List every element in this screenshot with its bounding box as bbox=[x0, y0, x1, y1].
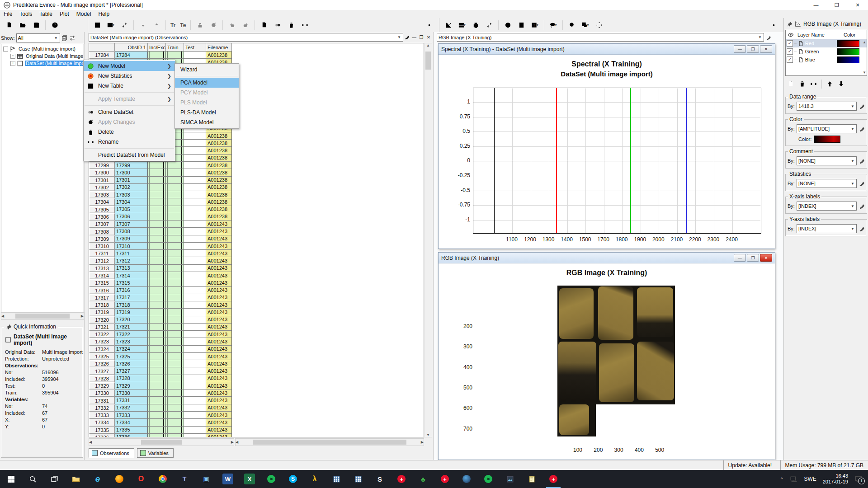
row-header-cell[interactable]: 17334 bbox=[89, 419, 115, 426]
collapse-tree-icon[interactable] bbox=[61, 35, 68, 41]
train-cell[interactable] bbox=[166, 191, 184, 198]
incexc-cell[interactable] bbox=[148, 265, 166, 272]
column-header-Filename[interactable]: Filename bbox=[206, 43, 232, 52]
train-cell[interactable] bbox=[166, 427, 184, 434]
test-cell[interactable] bbox=[184, 301, 206, 309]
filename-cell[interactable]: A001243 bbox=[206, 346, 232, 353]
rgb-window-titlebar[interactable]: RGB Image (X Training) — ❐ ✕ bbox=[439, 253, 775, 263]
train-cell[interactable] bbox=[166, 367, 184, 375]
column-header-Inc/Exc[interactable]: Inc/Exc bbox=[148, 43, 166, 52]
table-row[interactable]: 17336 17336 A001243 bbox=[89, 434, 424, 437]
obsid-cell[interactable]: 17317 bbox=[115, 294, 148, 301]
incexc-cell[interactable] bbox=[148, 389, 166, 397]
incexc-cell[interactable] bbox=[148, 198, 166, 206]
band-line[interactable] bbox=[630, 88, 631, 233]
test-cell[interactable] bbox=[184, 198, 206, 206]
tree-item[interactable]: + DataSet (Multi image import) bbox=[1, 60, 84, 67]
table-row[interactable]: 17322 17322 A001243 bbox=[89, 331, 424, 338]
test-cell[interactable] bbox=[184, 375, 206, 382]
row-header-cell[interactable]: 17322 bbox=[89, 331, 115, 338]
layer-visibility-checkbox[interactable]: ✓ bbox=[787, 40, 793, 47]
tree-item-label[interactable]: DataSet (Multi image import) bbox=[25, 61, 84, 66]
obsid-cell[interactable]: 17334 bbox=[115, 419, 148, 426]
taskbar-search-icon[interactable] bbox=[22, 470, 43, 488]
obsid-cell[interactable]: 17321 bbox=[115, 324, 148, 331]
spectral-plot[interactable] bbox=[473, 88, 761, 234]
filename-cell[interactable]: A001238 bbox=[206, 147, 232, 154]
pin-link-icon[interactable] bbox=[859, 103, 865, 109]
filename-cell[interactable]: A001243 bbox=[206, 389, 232, 397]
train-cell[interactable] bbox=[166, 243, 184, 250]
incexc-cell[interactable] bbox=[148, 346, 166, 353]
taskbar-opera-icon[interactable]: O bbox=[130, 470, 152, 488]
table-row[interactable]: 17303 17303 A001238 bbox=[89, 191, 424, 198]
toolbar-new-file-button[interactable] bbox=[4, 20, 14, 31]
taskbar-task-view-icon[interactable] bbox=[43, 470, 65, 488]
test-cell[interactable] bbox=[184, 213, 206, 221]
obsid-cell[interactable]: 17316 bbox=[115, 287, 148, 294]
incexc-cell[interactable] bbox=[148, 272, 166, 279]
filename-cell[interactable]: A001243 bbox=[206, 338, 232, 345]
spectral-close-button[interactable]: ✕ bbox=[760, 45, 772, 53]
column-header-Train[interactable]: Train bbox=[166, 43, 184, 52]
incexc-cell[interactable] bbox=[148, 52, 166, 59]
layer-visibility-checkbox[interactable]: ✓ bbox=[787, 48, 793, 55]
train-cell[interactable] bbox=[166, 257, 184, 264]
tree-item-label[interactable]: Case (Multi image import) bbox=[18, 46, 76, 52]
obsid-cell[interactable]: 17304 bbox=[115, 198, 148, 206]
test-cell[interactable] bbox=[184, 324, 206, 331]
filename-cell[interactable]: A001243 bbox=[206, 221, 232, 228]
train-cell[interactable] bbox=[166, 419, 184, 426]
row-header-cell[interactable]: 17318 bbox=[89, 301, 115, 309]
table-hscrollbar-main[interactable]: ◀▶ bbox=[235, 438, 424, 446]
test-cell[interactable] bbox=[184, 140, 206, 147]
menu-tools[interactable]: Tools bbox=[16, 10, 36, 18]
filename-cell[interactable]: A001238 bbox=[206, 155, 232, 162]
menu-model[interactable]: Model bbox=[73, 10, 95, 18]
incexc-cell[interactable] bbox=[148, 169, 166, 176]
incexc-cell[interactable] bbox=[148, 235, 166, 243]
toolbar-history-button[interactable] bbox=[502, 20, 513, 31]
test-cell[interactable] bbox=[184, 434, 206, 437]
test-cell[interactable] bbox=[184, 272, 206, 279]
row-header-cell[interactable]: 17284 bbox=[89, 52, 115, 59]
row-header-cell[interactable]: 17335 bbox=[89, 427, 115, 434]
tree-item[interactable]: - Case (Multi image import) bbox=[1, 45, 84, 52]
filename-cell[interactable]: A001238 bbox=[206, 206, 232, 213]
train-cell[interactable] bbox=[166, 272, 184, 279]
toolbar-new-file-button[interactable] bbox=[259, 20, 269, 31]
table-row[interactable]: 17314 17314 A001243 bbox=[89, 272, 424, 279]
filename-cell[interactable]: A001243 bbox=[206, 324, 232, 331]
incexc-cell[interactable] bbox=[148, 367, 166, 375]
context-menu-item[interactable]: Rename bbox=[84, 137, 175, 147]
layer-row-green[interactable]: ✓ ┈ Green bbox=[786, 47, 867, 56]
train-cell[interactable] bbox=[166, 375, 184, 382]
filename-cell[interactable]: A001243 bbox=[206, 419, 232, 426]
toolbar-help-button[interactable]: ? bbox=[49, 20, 60, 31]
plot-selector[interactable]: RGB Image (X Training)▼ bbox=[437, 33, 764, 42]
row-header-cell[interactable]: 17321 bbox=[89, 324, 115, 331]
obsid-cell[interactable]: 17305 bbox=[115, 206, 148, 213]
obsid-cell[interactable]: 17312 bbox=[115, 257, 148, 264]
row-header-cell[interactable]: 17327 bbox=[89, 367, 115, 375]
incexc-cell[interactable] bbox=[148, 382, 166, 389]
obsid-cell[interactable]: 17299 bbox=[115, 162, 148, 169]
obsid-cell[interactable]: 17332 bbox=[115, 404, 148, 412]
obsid-cell[interactable]: 17333 bbox=[115, 412, 148, 419]
close-button[interactable]: ✕ bbox=[847, 0, 868, 10]
taskbar-start-icon[interactable] bbox=[0, 470, 22, 488]
row-header-cell[interactable]: 17299 bbox=[89, 162, 115, 169]
table-row[interactable]: 17325 17325 A001243 bbox=[89, 353, 424, 360]
train-cell[interactable] bbox=[166, 434, 184, 437]
train-cell[interactable] bbox=[166, 338, 184, 345]
rgb-restore-button[interactable]: ❐ bbox=[747, 254, 759, 262]
table-row[interactable]: 17320 17320 A001243 bbox=[89, 316, 424, 324]
band-line[interactable] bbox=[556, 88, 557, 233]
table-row[interactable]: 17310 17310 A001243 bbox=[89, 243, 424, 250]
show-filter-select[interactable]: All▼ bbox=[16, 33, 60, 42]
filename-cell[interactable]: A001243 bbox=[206, 316, 232, 324]
incexc-cell[interactable] bbox=[148, 404, 166, 412]
rename-layer-button[interactable] bbox=[810, 80, 817, 88]
train-cell[interactable] bbox=[166, 294, 184, 301]
toolbar-rename-button[interactable] bbox=[299, 20, 310, 31]
